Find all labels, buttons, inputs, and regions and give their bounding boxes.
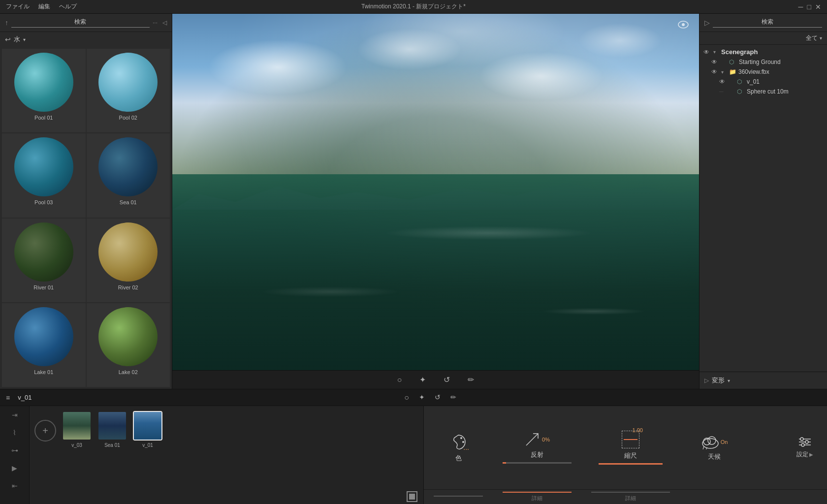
menu-file[interactable]: ファイル (6, 2, 30, 11)
scenegraph: 👁 ▾ Scenegraph 👁 ⬡ Starting Ground 👁 ▾ 📁… (700, 45, 827, 372)
material-river02[interactable]: River 02 (87, 219, 170, 302)
material-sphere-river02 (98, 222, 158, 282)
track-v01[interactable]: v_01 (133, 411, 162, 448)
filter-label[interactable]: 全て (806, 34, 818, 42)
scene-icon-sphere-cut: ⬡ (737, 88, 745, 95)
properties-row: ··· 色 0% 反射 (424, 406, 827, 489)
material-sphere-river01 (14, 222, 73, 282)
material-pool03[interactable]: Pool 03 (2, 133, 86, 217)
material-label-river02: River 02 (118, 284, 138, 290)
tool-rotate[interactable]: ↺ (440, 373, 454, 386)
svg-point-1 (682, 23, 685, 26)
timeline-keyframe-icon[interactable]: ⌇ (13, 429, 16, 437)
right-panel-header: ▷ 検索 (700, 14, 827, 32)
breadcrumb-dropdown-icon[interactable]: ▾ (23, 37, 26, 42)
weather-value: On (721, 439, 728, 445)
material-label-sea01: Sea 01 (120, 199, 137, 205)
scene-eye-sphere-cut[interactable]: ─ (719, 88, 727, 95)
expand-right-icon[interactable]: ▷ (704, 19, 710, 27)
scene-chevron-360view[interactable]: ▾ (721, 69, 727, 75)
tool-nodes-status[interactable]: ✦ (419, 393, 425, 402)
track-sea01[interactable]: Sea 01 (97, 411, 127, 448)
timeline-tracks: + v_03 Sea 01 v_01 (30, 406, 423, 489)
timeline-link-icon[interactable]: ⊶ (11, 446, 18, 454)
material-river01[interactable]: River 01 (2, 219, 86, 302)
timeline-sidebar: ⇥ ⌇ ⊶ ▶ ⇤ (0, 406, 30, 504)
material-sea01[interactable]: Sea 01 (87, 133, 170, 217)
add-track-button[interactable]: + (34, 420, 56, 441)
material-sphere-pool01 (14, 53, 73, 112)
tool-pencil-status[interactable]: ✏ (450, 393, 456, 402)
scene-item-starting-ground[interactable]: 👁 ⬡ Starting Ground (707, 57, 827, 67)
material-sphere-sea01 (98, 137, 158, 196)
cloud-layer (172, 14, 699, 192)
timeline-import-icon[interactable]: ⇥ (12, 411, 18, 419)
prop-settings[interactable]: 設定 ▶ (793, 433, 817, 463)
close-icon[interactable]: ✕ (815, 3, 821, 11)
track-v03[interactable]: v_03 (62, 411, 92, 448)
tool-pencil[interactable]: ✏ (464, 373, 478, 386)
material-pool01[interactable]: Pool 01 (2, 49, 86, 132)
filter-dropdown-icon[interactable]: ▾ (820, 35, 822, 41)
right-panel-bottom: ▷ 変形 ▾ (700, 372, 827, 389)
scenegraph-label: Scenegraph (721, 48, 758, 56)
material-sphere-pool03 (14, 137, 73, 196)
scenegraph-eye[interactable]: 👁 (703, 49, 711, 56)
tool-cross[interactable]: ✦ (415, 373, 430, 386)
material-lake02[interactable]: Lake 02 (87, 303, 170, 387)
timeline-play-icon[interactable]: ▶ (12, 464, 17, 472)
prop-color[interactable]: ··· 色 (434, 433, 483, 463)
window-controls[interactable]: ─ □ ✕ (798, 3, 821, 11)
scene-eye-starting-ground[interactable]: 👁 (711, 59, 719, 65)
scene-label-360view: 360view.fbx (738, 68, 769, 75)
scene-eye-360view[interactable]: 👁 (711, 68, 719, 75)
breadcrumb-home-icon[interactable]: ↩ (5, 35, 11, 43)
restore-icon[interactable]: □ (807, 3, 811, 11)
material-lake01[interactable]: Lake 01 (2, 303, 86, 387)
viewport-eye-icon[interactable] (677, 20, 689, 31)
record-button[interactable] (407, 491, 417, 502)
tool-rotate-status[interactable]: ↺ (435, 393, 441, 402)
search-bar-left[interactable]: 検索 (11, 18, 150, 28)
track-label-sea01: Sea 01 (104, 442, 120, 448)
hamburger-icon[interactable]: ≡ (6, 394, 10, 402)
search-bar-right[interactable]: 検索 (713, 18, 822, 28)
scenegraph-chevron[interactable]: ▾ (713, 49, 719, 55)
more-options-icon[interactable]: ··· (153, 19, 158, 26)
scene-item-v01[interactable]: 👁 ⬡ v_01 (715, 77, 827, 87)
menu-bar[interactable]: ファイル 編集 ヘルプ (6, 2, 77, 11)
viewport-canvas[interactable] (172, 14, 699, 370)
scene-eye-v01[interactable]: 👁 (719, 78, 727, 85)
transform-dropdown-icon[interactable]: ▾ (728, 378, 730, 383)
collapse-left-icon[interactable]: ◁ (162, 19, 167, 26)
breadcrumb-label[interactable]: 水 (14, 35, 20, 44)
prop-weather[interactable]: On 天候 (690, 435, 739, 461)
scenegraph-header[interactable]: 👁 ▾ Scenegraph (700, 47, 827, 57)
tool-circle[interactable]: ○ (393, 374, 406, 386)
statusbar: ≡ v_01 ○ ✦ ↺ ✏ (0, 389, 827, 406)
prop-scale[interactable]: 1.00 縮尺 (591, 431, 670, 465)
material-label-pool02: Pool 02 (119, 115, 137, 121)
prop-reflection[interactable]: 0% 反射 (503, 432, 572, 464)
timeline-export-icon[interactable]: ⇤ (12, 482, 18, 490)
menu-help[interactable]: ヘルプ (59, 2, 77, 11)
scale-slider[interactable] (599, 463, 663, 465)
scene-icon-v01: ⬡ (737, 78, 745, 85)
expand-transform-icon[interactable]: ▷ (704, 377, 709, 384)
back-button[interactable]: ↑ (5, 19, 8, 27)
material-label-pool03: Pool 03 (34, 199, 53, 205)
scene-folder-icon: 📁 (729, 68, 736, 75)
material-label-pool01: Pool 01 (34, 115, 53, 121)
scene-item-sphere-cut[interactable]: ─ ⬡ Sphere cut 10m (715, 87, 827, 96)
menu-edit[interactable]: 編集 (38, 2, 50, 11)
tool-circle-status[interactable]: ○ (404, 393, 409, 402)
svg-point-14 (805, 441, 808, 443)
timeline-content: + v_03 Sea 01 v_01 (30, 406, 423, 504)
reflection-label: 反射 (531, 450, 543, 459)
scene-item-360view[interactable]: 👁 ▾ 📁 360view.fbx (707, 67, 827, 77)
settings-arrow-icon[interactable]: ▶ (809, 452, 813, 457)
reflection-slider[interactable] (503, 462, 572, 464)
material-pool02[interactable]: Pool 02 (87, 49, 170, 132)
minimize-icon[interactable]: ─ (798, 3, 803, 11)
track-thumb-img-v01 (133, 411, 162, 441)
